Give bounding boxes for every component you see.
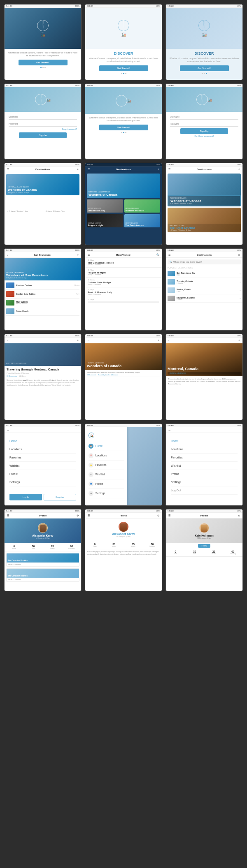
list-item[interactable]: Alcatraz Cruises 12 mins <box>6 281 79 290</box>
settings-icon[interactable]: ⚙ <box>77 514 79 517</box>
get-started-button[interactable]: Get Started! <box>99 65 148 71</box>
signup-button[interactable]: Sign Up <box>180 128 228 134</box>
login-screen-3: 9:41 AM 100% SUNSHINE TRAVEL 🚂 Sign Up D… <box>165 83 243 160</box>
favorite-icon[interactable]: ♥ <box>240 273 241 275</box>
back-icon[interactable]: ‹ <box>7 339 8 342</box>
filter-icon[interactable]: ⊞ <box>238 253 240 256</box>
side-menu-profile[interactable]: 👤 Profile <box>89 479 124 489</box>
share-icon[interactable]: ↗ <box>77 168 79 171</box>
side-menu-wishlist[interactable]: ♥ Wishlist <box>89 470 124 479</box>
small-card-prague[interactable]: Heritage & History Prague at night <box>87 214 123 227</box>
side-menu-settings[interactable]: ⚙ Settings <box>89 489 124 498</box>
menu-item-logout[interactable]: Log Out <box>171 486 238 495</box>
menu-item-locations[interactable]: Locations <box>9 445 76 454</box>
favorite-icon[interactable]: ♥ <box>240 289 241 292</box>
share-icon[interactable]: ↗ <box>238 339 240 342</box>
menu-item-wishlist[interactable]: Wishlist <box>9 462 76 470</box>
search-bar[interactable]: 🔍 <box>168 259 241 264</box>
favorite-icon[interactable]: ♥ <box>240 297 241 300</box>
hamburger-icon[interactable]: ☰ <box>88 253 90 256</box>
list-item[interactable]: Muir Woods Natural Landmark <box>6 299 79 307</box>
mv-list-item[interactable]: ⏱ 2 days Prague at night History & Landm… <box>85 268 162 278</box>
share-icon[interactable]: ↗ <box>238 168 240 171</box>
second-destination-card[interactable]: History & Culture The Great America ♥ 92… <box>168 208 241 232</box>
hamburger-icon[interactable]: ☰ <box>88 168 90 171</box>
hamburger-icon[interactable]: ☰ <box>168 253 170 256</box>
search-input[interactable] <box>173 261 239 263</box>
menu-item-settings[interactable]: Settings <box>171 478 238 486</box>
share-icon[interactable]: ↗ <box>77 253 79 256</box>
status-battery: 100% <box>237 249 241 251</box>
popular-item[interactable]: San Francisco, CA USA ♥ <box>166 270 242 278</box>
side-menu-favorites[interactable]: ⭐ Favorites <box>89 461 124 470</box>
search-icon[interactable]: 🔍 <box>156 253 159 256</box>
popular-item[interactable]: Venice, Veneto 9 Italy ♥ <box>166 286 242 294</box>
stat-likes: 30 Likes <box>105 541 124 549</box>
menu-item-wishlist[interactable]: Wishlist <box>171 462 238 470</box>
username-input[interactable] <box>9 114 77 120</box>
get-started-button[interactable]: Get Started! <box>19 60 68 65</box>
onboard-description: Whether it's coast or canyons, Victoria … <box>8 51 78 57</box>
small-card-america[interactable]: History & Culture The Great America <box>124 214 161 227</box>
hamburger-icon[interactable]: ☰ <box>168 514 170 517</box>
menu-item-profile[interactable]: Profile <box>171 470 238 478</box>
hamburger-icon[interactable]: ☰ <box>7 428 9 431</box>
small-card-italy[interactable]: History & Culture Treasures of Italy ♥ 7… <box>6 197 42 213</box>
back-icon[interactable]: ‹ <box>88 339 89 342</box>
avatar-image <box>120 523 127 532</box>
hamburger-icon[interactable]: ☰ <box>7 168 9 171</box>
main-destination-card[interactable]: Natural Landmarks Wonders of Canada <box>87 174 160 198</box>
mv-list-item[interactable]: ⏱ 3 hours Golden Gate Bridge History & L… <box>85 278 162 287</box>
mv-list-item[interactable]: ⏱ 4 days <box>85 297 162 305</box>
menu-item-locations[interactable]: Locations <box>171 445 238 454</box>
follow-button[interactable]: Follow <box>198 544 210 548</box>
status-bar: 9:41 AM 100% <box>85 509 162 513</box>
register-button[interactable]: Register <box>44 494 76 500</box>
list-item[interactable]: Golden Gate Bridge 6 pm <box>6 290 79 299</box>
favorite-icon[interactable]: ♥ <box>240 281 241 283</box>
get-started-button[interactable]: Get Started! <box>180 65 229 71</box>
popular-item[interactable]: Toronto, Ontario 9 Canada ♥ <box>166 278 242 286</box>
settings-icon[interactable]: ⚙ <box>238 514 240 517</box>
hamburger-icon[interactable]: ☰ <box>7 514 9 517</box>
small-card-prague[interactable]: Heritage & History Prague at night ♥ 21 … <box>44 197 80 213</box>
menu-item-settings[interactable]: Settings <box>9 478 76 486</box>
signin-button[interactable]: Sign In <box>19 132 67 138</box>
side-menu-locations[interactable]: 📍 Locations <box>89 451 124 461</box>
status-time: 9:41 AM <box>6 335 12 337</box>
username-input[interactable] <box>170 114 238 120</box>
menu-item-favorites[interactable]: Favorites <box>9 454 76 462</box>
menu-item-home[interactable]: Home <box>171 437 238 445</box>
small-card-ireland[interactable]: Natural Landmarks Wonders of Ireland <box>124 199 161 213</box>
password-input[interactable] <box>9 121 77 127</box>
hamburger-icon[interactable]: ☰ <box>168 168 170 171</box>
destination-info: Toronto, Ontario 9 Canada <box>177 280 238 284</box>
back-icon[interactable]: ‹ <box>7 254 8 256</box>
menu-item-favorites[interactable]: Favorites <box>171 454 238 462</box>
profile-card-1[interactable]: The Canadian Rockies Nature & Landmarks <box>6 553 79 567</box>
mv-list-item[interactable]: ⏱ 7 days Best of Murano, Italy History &… <box>85 287 162 297</box>
get-started-button[interactable]: Get Started! <box>99 125 148 130</box>
menu-item-home[interactable]: Home <box>9 437 76 445</box>
password-input[interactable] <box>170 121 238 127</box>
side-menu-home[interactable]: 🏠 Home <box>89 442 124 451</box>
back-icon[interactable]: ‹ <box>168 339 169 342</box>
popular-item[interactable]: Reykjavik, Faxaflói 9 Iceland ♥ <box>166 294 242 303</box>
status-battery: 100% <box>156 249 160 251</box>
menu-item-profile[interactable]: Profile <box>9 470 76 478</box>
hamburger-icon[interactable]: ☰ <box>168 428 170 431</box>
main-destination-card[interactable]: Natural Landmarks Wonders of Canada ♥ 86… <box>6 174 79 195</box>
hamburger-icon[interactable]: ☰ <box>88 514 90 517</box>
search-icon: 🔍 <box>170 261 172 263</box>
share-icon[interactable]: ↗ <box>157 339 159 342</box>
share-icon[interactable]: ↗ <box>77 339 79 342</box>
forgot-password-link[interactable]: Forgot password? <box>9 128 77 130</box>
nav-title: Destinations <box>197 254 212 256</box>
settings-icon[interactable]: ⚙ <box>157 514 159 517</box>
login-button[interactable]: Log In <box>9 494 42 500</box>
share-icon[interactable]: ↗ <box>157 168 159 171</box>
profile-card-2[interactable]: The Canadian Rockies Nature & Landmarks <box>6 568 79 582</box>
mv-list-item[interactable]: ⏱ 3 days The Canadian Rockies Nature & L… <box>85 258 162 268</box>
small-card-italy[interactable]: History & Culture Treasures of Italy <box>87 199 123 213</box>
list-item[interactable]: Baker Beach <box>6 307 79 316</box>
